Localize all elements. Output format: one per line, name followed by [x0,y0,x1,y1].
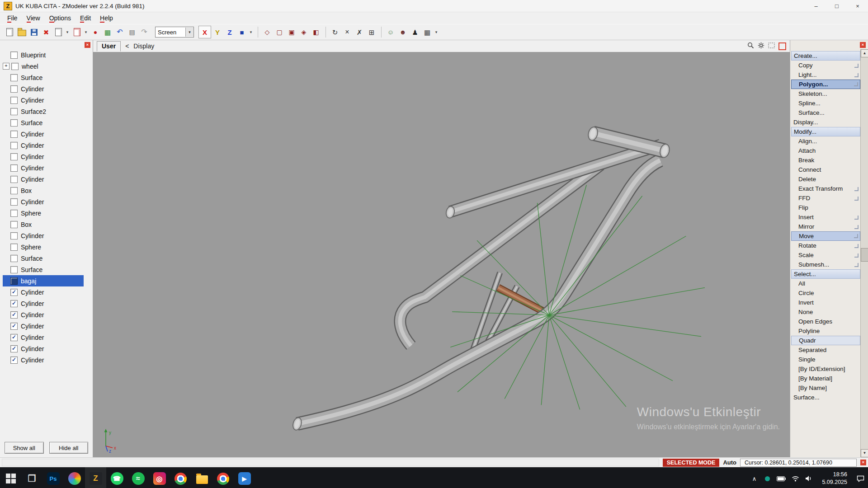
zoom-icon[interactable] [747,42,754,50]
visibility-checkbox[interactable]: ✓ [10,345,18,352]
expand-icon[interactable]: + [3,63,9,70]
command-select-[interactable]: Select... [791,269,860,279]
command--by-id-extension-[interactable]: [By ID/Extension] [791,364,860,374]
network-icon[interactable] [792,469,799,488]
tree-item-cylinder[interactable]: ✓Cylinder [3,332,84,343]
animation-tool-button[interactable]: ♟ [409,26,421,38]
visibility-checkbox[interactable]: ✓ [10,323,18,330]
tree-item-cylinder[interactable]: ✓Cylinder [3,309,84,320]
photoshop-icon[interactable]: Ps [42,467,64,488]
visibility-checkbox[interactable] [10,131,18,138]
viewport-maximize-icon[interactable] [778,42,786,50]
command-invert[interactable]: Invert [791,298,860,307]
axis-y-button[interactable]: Y [212,26,223,38]
command-polyline[interactable]: Polyline [791,326,860,336]
visibility-checkbox[interactable]: ✓ [10,334,18,341]
axis-x-button[interactable]: X [198,26,211,38]
tree-item-cylinder[interactable]: Cylinder [3,140,84,151]
status-close-icon[interactable]: × [860,460,866,465]
visibility-checkbox[interactable] [10,187,18,194]
scroll-up-icon[interactable]: ▲ [861,49,868,57]
close-button[interactable]: × [847,0,868,12]
visibility-checkbox[interactable] [10,153,18,160]
action-center-icon[interactable] [857,469,864,488]
security-app-icon[interactable] [764,469,771,488]
settings-gear-icon[interactable] [758,42,764,50]
command-mirror[interactable]: Mirror [791,222,860,231]
tree-item-cylinder[interactable]: Cylinder [3,151,84,162]
command-polygon-[interactable]: Polygon... [791,80,860,89]
dropdown-caret-icon[interactable]: ▾ [65,30,70,34]
command-ffd[interactable]: FFD [791,193,860,203]
visibility-checkbox[interactable] [11,63,19,70]
tree-item-wheel[interactable]: +wheel [3,61,84,72]
save-button[interactable] [28,26,40,38]
command-submesh-[interactable]: Submesh... [791,260,860,269]
command-rotate[interactable]: Rotate [791,241,860,250]
export-button[interactable] [71,26,83,38]
dropdown-caret-icon[interactable]: ▾ [83,30,89,34]
menu-edit[interactable]: Edit [75,13,95,23]
scene-3d-view[interactable] [93,52,790,457]
view-back-button[interactable]: < [123,42,131,50]
command-break[interactable]: Break [791,155,860,165]
detach-tool-button[interactable]: × [341,26,353,38]
visibility-checkbox[interactable] [10,277,18,285]
visibility-checkbox[interactable] [10,142,18,149]
tree-item-cylinder[interactable]: Cylinder [3,196,84,207]
command-single[interactable]: Single [791,355,860,364]
visibility-checkbox[interactable] [10,210,18,217]
rotate-view-button[interactable]: ↻ [329,26,341,38]
command--by-name-[interactable]: [By Name] [791,383,860,393]
visibility-checkbox[interactable]: ✓ [10,357,18,364]
command-attach[interactable]: Attach [791,146,860,155]
tree-item-cylinder[interactable]: Cylinder [3,128,84,140]
file-explorer-icon[interactable] [191,467,212,488]
visibility-checkbox[interactable] [10,221,18,228]
tree-item-surface[interactable]: Surface [3,253,84,264]
start-button[interactable] [0,467,21,488]
texture-browser-button[interactable]: ▦ [102,26,113,38]
tree-item-cylinder[interactable]: Cylinder [3,162,84,174]
browser-beta-icon[interactable] [170,467,191,488]
tree-item-cylinder[interactable]: ✓Cylinder [3,343,84,354]
new-file-button[interactable] [4,26,15,38]
tree-item-cylinder[interactable]: ✓Cylinder [3,320,84,332]
tree-item-sphere[interactable]: Sphere [3,207,84,219]
command-copy[interactable]: Copy [791,61,860,70]
tree-item-box[interactable]: Box [3,185,84,196]
select-region-icon[interactable] [768,42,775,50]
visibility-checkbox[interactable]: ✓ [10,300,18,307]
media-app-icon[interactable]: ▶ [234,467,255,488]
command-display-[interactable]: Display... [791,117,860,127]
tree-item-blueprint[interactable]: Blueprint [3,49,84,61]
commands-panel-close-icon[interactable]: × [860,42,866,48]
menu-options[interactable]: Options [45,13,75,23]
command-insert[interactable]: Insert [791,212,860,222]
dropdown-caret-icon[interactable]: ▾ [434,30,439,34]
tree-item-sphere[interactable]: Sphere [3,241,84,253]
spotify-icon[interactable]: ≈ [127,467,149,488]
visibility-checkbox[interactable] [10,97,18,104]
faces-mode-button[interactable]: ◈ [298,26,310,38]
visibility-checkbox[interactable] [10,119,18,127]
extrude-tool-button[interactable]: ⊞ [366,26,377,38]
whatsapp-icon[interactable]: ☎ [106,467,127,488]
zmodeler-taskbar-icon[interactable]: Z [85,467,106,488]
viewport-canvas[interactable]: y x z Windows'u Etkinleştir Windows'u et… [93,52,790,457]
visibility-checkbox[interactable] [10,85,18,93]
edges-mode-button[interactable]: ▢ [274,26,285,38]
command-skeleton-[interactable]: Skeleton... [791,89,860,99]
command-exact-transform[interactable]: Exact Transform [791,184,860,193]
visibility-checkbox[interactable]: ✓ [10,311,18,319]
command-modify-[interactable]: Modify... [791,127,860,136]
visibility-checkbox[interactable] [10,176,18,183]
visibility-checkbox[interactable] [10,108,18,115]
menu-view[interactable]: View [22,13,45,23]
command-separated[interactable]: Separated [791,345,860,355]
visibility-checkbox[interactable] [10,74,18,81]
weld-tool-button[interactable]: ✗ [354,26,365,38]
command-connect[interactable]: Connect [791,165,860,174]
tree-item-cylinder[interactable]: ✓Cylinder [3,286,84,298]
stacked-windows-icon[interactable]: ❐ [21,467,42,488]
